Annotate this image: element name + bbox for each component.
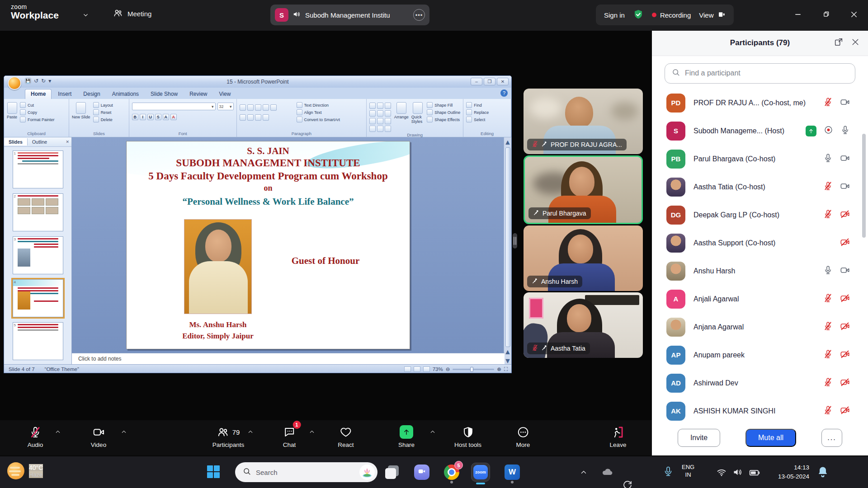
encryption-shield-icon[interactable] [633, 9, 644, 21]
participant-row[interactable]: APAnupam pareek [652, 341, 868, 369]
new-slide-button[interactable]: New Slide [72, 101, 90, 119]
host-tools-button[interactable]: Host tools [454, 424, 481, 448]
scrollbar-thumb[interactable] [505, 147, 510, 347]
recording-indicator[interactable]: Recording [652, 11, 691, 19]
slideshow-button[interactable] [423, 366, 430, 372]
participant-row[interactable]: PDPROF DR RAJU A... (Co-host, me) [652, 89, 868, 117]
help-button[interactable]: ? [500, 89, 508, 97]
participant-row[interactable]: AKASHISH KUMAR SINGHI [652, 397, 868, 425]
zoom-app-button[interactable]: zoom [471, 463, 490, 482]
reset-button[interactable]: Reset [93, 109, 113, 115]
notes-pane[interactable]: Click to add notes [72, 353, 505, 364]
save-button[interactable]: 💾 [25, 78, 31, 84]
select-button[interactable]: Select [466, 117, 489, 122]
participant-row[interactable]: Anjana Agarwal [652, 313, 868, 341]
paragraph-tool-chip[interactable] [255, 104, 261, 111]
font-b-button[interactable]: B [132, 114, 138, 120]
paste-button[interactable]: Paste [7, 101, 17, 119]
slide-thumbnail-1[interactable]: 1 [13, 150, 63, 188]
scroll-up-icon[interactable]: ▲ [504, 138, 511, 146]
tab-slides[interactable]: Slides [4, 138, 28, 145]
zoom-slider[interactable] [453, 369, 494, 370]
shape-chip[interactable] [369, 103, 376, 109]
shape-outline-button[interactable]: Shape Outline [427, 109, 460, 115]
delete-button[interactable]: Delete [93, 117, 113, 122]
participant-row[interactable]: AAnjali Agarwal [652, 285, 868, 313]
undo-button[interactable]: ↺ [34, 78, 38, 84]
shape-chip[interactable] [377, 118, 383, 124]
paragraph-tool-chip[interactable] [270, 104, 277, 111]
audio-options-chevron[interactable] [55, 428, 61, 437]
office-button[interactable] [8, 76, 21, 90]
shape-chip[interactable] [385, 103, 391, 109]
language-indicator[interactable]: ENG IN [682, 464, 694, 479]
ribbon-tab-review[interactable]: Review [184, 89, 212, 99]
align-tool-chip[interactable] [255, 114, 261, 121]
font-name-select[interactable]: ▾ [132, 103, 216, 110]
share-options-chevron[interactable] [429, 428, 436, 437]
video-options-chevron[interactable] [121, 428, 127, 437]
sign-in-button[interactable]: Sign in [604, 11, 625, 19]
ribbon-tab-home[interactable]: Home [25, 89, 52, 99]
start-button[interactable] [207, 465, 220, 478]
ppt-minimize-button[interactable]: – [471, 78, 482, 85]
panel-scrollbar-thumb[interactable] [862, 134, 866, 238]
minimize-button[interactable] [784, 0, 812, 31]
video-tile-aastha-tatia[interactable]: Aastha Tatia [524, 292, 643, 358]
word-button[interactable]: W [505, 465, 520, 480]
close-panel-button[interactable] [851, 38, 860, 48]
slide-thumbnail-2[interactable]: 2 [13, 193, 63, 231]
popout-panel-button[interactable] [834, 37, 844, 49]
clock[interactable]: 14:13 13-05-2024 [769, 463, 809, 481]
font-s-button[interactable]: S [155, 114, 161, 120]
share-button[interactable]: Share [398, 424, 415, 448]
chrome-button[interactable]: 5 [444, 465, 459, 480]
video-tile-anshu-harsh[interactable]: Anshu Harsh [524, 225, 643, 291]
font-i-button[interactable]: I [140, 114, 146, 120]
quick-styles-button[interactable]: Quick Styles [411, 101, 424, 124]
content-tiles-splitter[interactable] [513, 233, 517, 249]
redo-button[interactable]: ↻ [41, 78, 46, 84]
teams-chat-button[interactable] [414, 465, 429, 480]
cut-button[interactable]: Cut [20, 102, 55, 108]
participants-button[interactable]: 79 Participants [212, 424, 245, 448]
zoom-out-button[interactable]: ⊖ [446, 366, 450, 372]
font-a-button[interactable]: A [163, 114, 169, 120]
notification-bell-icon[interactable] [816, 465, 829, 480]
shape-chip[interactable] [377, 103, 383, 109]
view-button[interactable]: View [699, 10, 725, 20]
font-u-button[interactable]: U [147, 114, 154, 120]
tab-meeting[interactable]: Meeting [113, 8, 151, 19]
chat-button[interactable]: 1 Chat [283, 424, 296, 448]
arrange-button[interactable]: Arrange [394, 101, 409, 119]
fit-slide-button[interactable]: ⛶ [504, 366, 508, 372]
panel-more-button[interactable]: ... [821, 429, 842, 447]
chat-options-chevron[interactable] [309, 428, 316, 437]
paragraph-tool-chip[interactable] [263, 104, 269, 111]
more-button[interactable]: More [516, 424, 530, 448]
search-input[interactable] [685, 69, 849, 77]
align-tool-chip[interactable] [263, 114, 269, 121]
participant-row[interactable]: Anshu Harsh [652, 257, 868, 285]
font-size-select[interactable]: 32▾ [217, 103, 234, 110]
mute-all-button[interactable]: Mute all [745, 429, 796, 447]
wifi-icon[interactable] [716, 467, 727, 479]
replace-button[interactable]: Replace [466, 109, 489, 115]
shape-chip[interactable] [369, 110, 376, 117]
participant-row[interactable]: ADAshirwad Dev [652, 369, 868, 397]
shared-content-options-button[interactable]: ••• [413, 9, 425, 21]
find-button[interactable]: Find [466, 102, 489, 108]
tab-outline[interactable]: Outline [28, 138, 52, 145]
format-painter-button[interactable]: Format Painter [20, 117, 55, 122]
weather-widget[interactable]: 40°C Haze [7, 462, 43, 479]
slide-thumbnail-4[interactable]: 4 [13, 279, 63, 317]
shape-chip[interactable] [385, 118, 391, 124]
video-tile-parul-bhargava[interactable]: Parul Bhargava [524, 155, 643, 224]
tray-microphone-icon[interactable] [663, 466, 674, 479]
tray-expand-icon[interactable] [580, 468, 588, 478]
slide-thumbnail-3[interactable]: 3 [13, 236, 63, 274]
previous-slide-button[interactable]: ▲ [504, 348, 511, 356]
text-direction-button[interactable]: Text Direction [297, 102, 340, 108]
audio-button[interactable]: Audio [28, 424, 43, 448]
volume-icon[interactable] [732, 467, 743, 479]
